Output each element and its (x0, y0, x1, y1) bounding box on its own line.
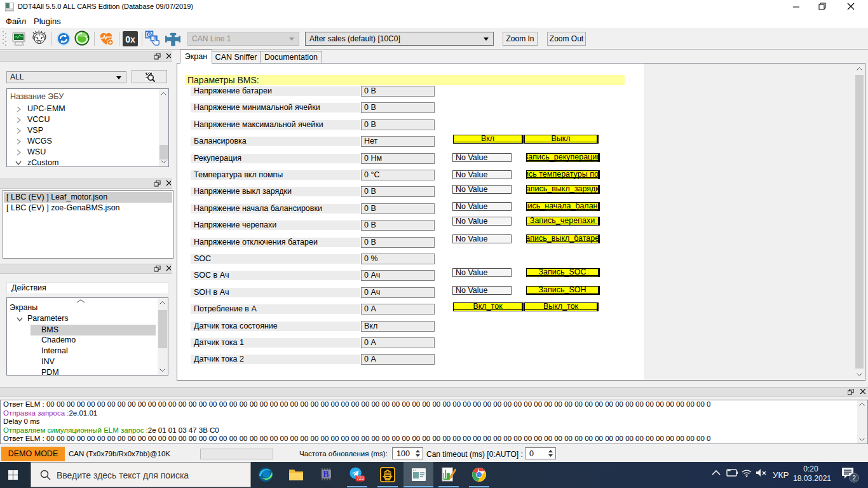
svg-text:0x: 0x (125, 34, 135, 44)
svg-text:723: 723 (356, 476, 364, 480)
svg-text:2: 2 (852, 475, 856, 482)
svg-text:B: B (323, 470, 329, 479)
